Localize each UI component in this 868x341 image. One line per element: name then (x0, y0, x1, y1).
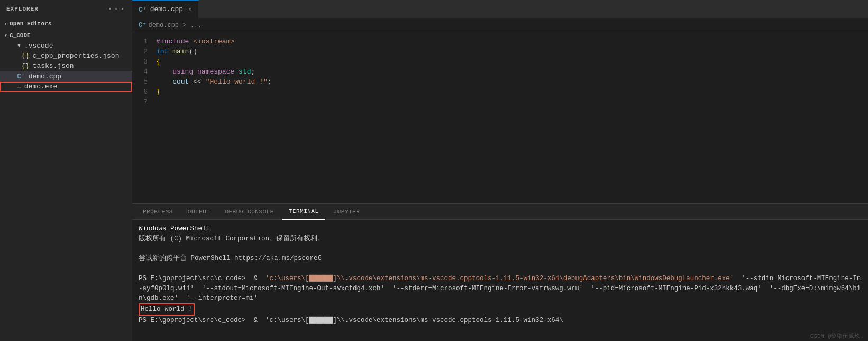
tasks-json-label: tasks.json (33, 62, 74, 70)
tab-terminal[interactable]: TERMINAL (282, 204, 325, 220)
line-num-5: 5 (132, 77, 156, 87)
c-code-section: ▾ C_CODE ▾ .vscode {} c_cpp_properties.j… (0, 30, 132, 93)
sidebar-item-c-cpp-properties[interactable]: {} c_cpp_properties.json (0, 51, 132, 61)
tab-debug-label: DEBUG CONSOLE (225, 209, 273, 215)
terminal-line-3 (139, 244, 862, 254)
tab-problems[interactable]: PROBLEMS (136, 204, 179, 220)
tab-cpp-icon: C⁺ (139, 5, 147, 14)
code-line-6: 6 } (132, 87, 868, 97)
open-editors-toggle[interactable]: ▸ Open Editors (0, 19, 132, 29)
code-content-2: int main() (156, 47, 868, 57)
code-content-4: using namespace std; (156, 67, 868, 77)
main-area: C⁺ demo.cpp × C⁺ demo.cpp > ... 1 #inclu… (132, 0, 868, 341)
cpp-file-icon: C⁺ (17, 72, 25, 80)
watermark: CSDN @染柒伍贰玖. (810, 332, 864, 340)
line-num-3: 3 (132, 57, 156, 67)
code-content-7 (156, 97, 868, 107)
open-editors-label: Open Editors (10, 21, 51, 27)
code-content-5: cout << "Hello world !"; (156, 77, 868, 87)
code-line-1: 1 #include <iostream> (132, 37, 868, 47)
code-line-4: 4 using namespace std; (132, 67, 868, 77)
sidebar-header: Explorer ··· (0, 0, 132, 18)
tab-jupyter[interactable]: JUPYTER (327, 204, 367, 220)
open-editors-arrow: ▸ (4, 21, 7, 27)
demo-cpp-label: demo.cpp (29, 73, 61, 80)
demo-exe-label: demo.exe (24, 83, 57, 91)
exe-file-icon: ≡ (17, 83, 21, 91)
terminal-line-2: 版权所有 (C) Microsoft Corporation。保留所有权利。 (139, 234, 862, 244)
tab-jupyter-label: JUPYTER (334, 209, 360, 215)
code-line-5: 5 cout << "Hello world !"; (132, 77, 868, 87)
sidebar: Explorer ··· ▸ Open Editors ▾ C_CODE ▾ .… (0, 0, 132, 341)
code-content-6: } (156, 87, 868, 97)
editor-area[interactable]: 1 #include <iostream> 2 int main() 3 { 4… (132, 32, 868, 203)
sidebar-item-demo-exe[interactable]: ≡ demo.exe (0, 82, 132, 92)
line-num-6: 6 (132, 87, 156, 97)
tab-output[interactable]: OUTPUT (181, 204, 217, 220)
terminal-line-5 (139, 264, 862, 274)
folder-icon: ▾ (17, 41, 21, 50)
terminal-line-1: Windows PowerShell (139, 224, 862, 234)
tab-debug-console[interactable]: DEBUG CONSOLE (218, 204, 280, 220)
json-icon2: {} (21, 62, 30, 70)
explorer-label: Explorer (6, 6, 39, 12)
c-cpp-properties-label: c_cpp_properties.json (33, 52, 120, 60)
code-content-1: #include <iostream> (156, 37, 868, 47)
tab-terminal-label: TERMINAL (289, 208, 319, 214)
line-num-1: 1 (132, 37, 156, 47)
sidebar-item-tasks-json[interactable]: {} tasks.json (0, 61, 132, 71)
terminal-line-4: 尝试新的跨平台 PowerShell https://aka.ms/pscore… (139, 254, 862, 264)
panel-tabs: PROBLEMS OUTPUT DEBUG CONSOLE TERMINAL J… (132, 204, 868, 220)
c-code-toggle[interactable]: ▾ C_CODE (0, 31, 132, 40)
tab-problems-label: PROBLEMS (143, 209, 173, 215)
breadcrumb: C⁺ demo.cpp > ... (132, 19, 868, 32)
sidebar-item-demo-cpp[interactable]: C⁺ demo.cpp (0, 71, 132, 82)
code-content-3: { (156, 57, 868, 67)
breadcrumb-path: demo.cpp > ... (148, 22, 202, 29)
sidebar-options-button[interactable]: ··· (107, 4, 126, 14)
tab-close-button[interactable]: × (188, 6, 192, 13)
tab-label: demo.cpp (150, 5, 183, 13)
panel-area: PROBLEMS OUTPUT DEBUG CONSOLE TERMINAL J… (132, 203, 868, 341)
code-line-3: 3 { (132, 57, 868, 67)
terminal-line-7: PS E:\goproject\src\c_code> & 'c:\users\… (139, 316, 862, 326)
terminal-line-6: PS E:\goproject\src\c_code> & 'c:\users\… (139, 274, 862, 303)
breadcrumb-icon: C⁺ (139, 21, 146, 29)
c-code-arrow: ▾ (4, 32, 7, 39)
code-line-2: 2 int main() (132, 47, 868, 57)
vscode-label: .vscode (24, 42, 53, 50)
line-num-4: 4 (132, 67, 156, 77)
tab-demo-cpp[interactable]: C⁺ demo.cpp × (132, 0, 199, 19)
terminal-content[interactable]: Windows PowerShell 版权所有 (C) Microsoft Co… (132, 220, 868, 341)
sidebar-item-vscode[interactable]: ▾ .vscode (0, 40, 132, 51)
c-code-label: C_CODE (10, 32, 31, 39)
tab-bar: C⁺ demo.cpp × (132, 0, 868, 19)
line-num-7: 7 (132, 97, 156, 107)
tab-output-label: OUTPUT (188, 209, 211, 215)
json-icon: {} (21, 52, 30, 60)
open-editors-section: ▸ Open Editors (0, 18, 132, 30)
code-line-7: 7 (132, 97, 868, 107)
line-num-2: 2 (132, 47, 156, 57)
terminal-line-hello: Hello world ! (139, 303, 195, 316)
